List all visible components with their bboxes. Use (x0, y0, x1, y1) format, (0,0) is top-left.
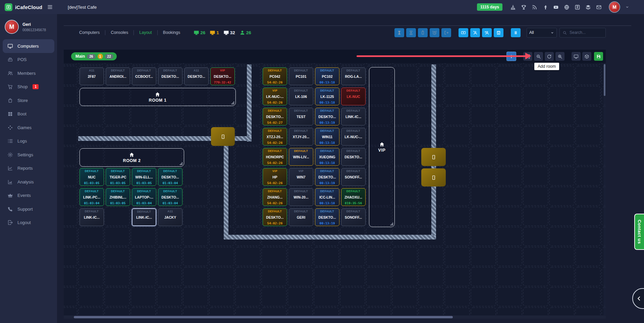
room-vip[interactable]: VIP (369, 67, 395, 227)
computer-tile[interactable]: DEFAULTDESKTO...54:02:27 (263, 108, 287, 125)
sidebar-item-members[interactable]: Members (0, 66, 57, 80)
hourglass-filled-button[interactable] (394, 28, 404, 37)
pause-button[interactable] (511, 28, 521, 37)
hourglass-button[interactable] (406, 28, 416, 37)
computer-tile[interactable]: DEFAULTZHAOXU...819:35:56 (341, 188, 366, 206)
vertical-scrollbar[interactable] (603, 63, 606, 315)
sidebar-item-boot[interactable]: Boot (0, 107, 57, 121)
computer-tile[interactable]: DEFAULTXUEQING00:13:18 (315, 148, 339, 166)
website-globe-icon[interactable] (564, 4, 570, 10)
computer-tile[interactable]: DEFAULTROG-LA... (341, 67, 366, 85)
horizontal-scrollbar[interactable] (64, 316, 606, 319)
computer-tile[interactable]: DEFAULTPC10200:13:18 (315, 67, 339, 85)
save-layout-button[interactable] (594, 52, 603, 61)
computer-tile[interactable]: DEFAULTDESKTO...00:13:19 (315, 168, 339, 186)
sidebar-item-store[interactable]: Store (0, 94, 57, 107)
computer-tile[interactable]: DEFAULTXTJY-20... (289, 128, 313, 146)
computer-tile[interactable]: DEFAULTANDROI... (106, 67, 130, 85)
sidebar-item-reports[interactable]: Reports (0, 162, 57, 175)
tab-computers[interactable]: Computers (74, 30, 105, 35)
tab-bookings[interactable]: Bookings (158, 30, 185, 35)
computer-tile[interactable]: A11DESKTO... (184, 67, 209, 85)
computer-tile[interactable]: A112F87 (79, 67, 104, 85)
hamburger-menu-icon[interactable] (47, 4, 53, 10)
computer-tile[interactable]: DEFAULTTEST (289, 108, 313, 125)
user-avatar[interactable]: M (609, 1, 620, 13)
computer-tile[interactable]: DEFAULTGERI (289, 208, 313, 226)
room-room-1[interactable]: ROOM 1 (79, 88, 236, 106)
search-box[interactable] (559, 28, 606, 38)
resize-handle[interactable] (390, 222, 393, 225)
door-tile[interactable] (421, 148, 446, 166)
tab-consoles[interactable]: Consoles (105, 30, 133, 35)
ranking-icon[interactable] (510, 4, 516, 10)
reset-view-button[interactable] (545, 52, 554, 61)
computer-tile[interactable]: DEFAULTHONORPC54:02:26 (263, 148, 287, 166)
sidebar-item-shop[interactable]: Shop1 (0, 80, 57, 94)
computer-tile[interactable]: DEFAULTLINK-IC... (341, 108, 366, 125)
computer-tile[interactable]: VIPHP54:02:26 (263, 168, 287, 186)
rss-icon[interactable] (532, 4, 537, 10)
computer-tile[interactable]: DEFAULTZHIBINL...01:03:05 (106, 188, 130, 206)
computer-tile[interactable]: DEFAULTDESKTO...54:02:26 (263, 208, 287, 226)
contact-us-button[interactable]: Contact us (634, 214, 644, 250)
sidebar-item-analysis[interactable]: Analysis (0, 175, 57, 189)
search-input[interactable] (569, 30, 603, 35)
computer-tile[interactable]: DEFAULTSONOFF... (341, 168, 366, 186)
kiosk-button[interactable] (494, 28, 503, 37)
computer-tile[interactable]: DEFAULTLK-NUC (341, 88, 366, 105)
computer-tile[interactable]: DEFAULTCCBOOT... (132, 67, 156, 85)
computer-tile[interactable]: DEFAULTZHANG...54:02:26 (263, 188, 287, 206)
filter-select[interactable]: All (527, 28, 557, 38)
room-tab-main[interactable]: Main 26 1 22 (71, 52, 117, 60)
wall-segment[interactable] (224, 141, 228, 235)
computer-tile[interactable]: VIPWIN7 (289, 168, 313, 186)
computer-tile[interactable]: DEFAULTDESKTO...00:13:19 (315, 108, 339, 125)
add-guest-button[interactable] (482, 28, 492, 37)
add-member-star-button[interactable] (470, 28, 480, 37)
cash-topup-button[interactable] (459, 28, 468, 37)
zoom-out-button[interactable] (534, 52, 543, 61)
computer-tile[interactable]: DEFAULTICC-LIN...00:13:18 (315, 188, 339, 206)
computer-tile[interactable]: DEFAULTLINK-PC...01:03:04 (79, 188, 104, 206)
icafe-app-icon[interactable] (575, 4, 580, 10)
resize-handle[interactable] (179, 162, 182, 165)
sidebar-item-settings[interactable]: Settings (0, 148, 57, 162)
checkout-button[interactable] (441, 28, 451, 37)
computer-tile[interactable]: DEFAULTDESKTO... (158, 67, 182, 85)
sidebar-item-pos[interactable]: POS (0, 53, 57, 67)
battery-button[interactable] (418, 28, 428, 37)
computer-tile[interactable]: DEFAULTLINK-IC... (132, 208, 156, 226)
computer-tile[interactable]: DEFAULTDESKTO... (341, 148, 366, 166)
computer-tile[interactable]: DEFAULTLK-112500:13:18 (315, 88, 339, 105)
account-chevron-down-icon[interactable] (625, 5, 629, 9)
trophy-icon[interactable] (521, 4, 527, 10)
door-tile[interactable] (211, 127, 235, 146)
sidebar-item-logs[interactable]: Logs (0, 134, 57, 148)
layers-icon[interactable] (585, 4, 591, 10)
computer-tile[interactable]: DEFAULTPC04254:02:26 (263, 67, 287, 85)
resize-handle[interactable] (231, 101, 234, 104)
computer-tile[interactable]: DEFAULTWIN-LIV... (289, 148, 313, 166)
computer-tile[interactable]: VIPDESKTO...779:32:42 (210, 67, 235, 85)
vertical-scroll-thumb[interactable] (604, 64, 605, 96)
zoom-in-button[interactable] (555, 52, 565, 61)
facebook-icon[interactable] (542, 4, 548, 10)
chat-toggle-button[interactable] (632, 288, 644, 309)
sidebar-item-support[interactable]: Support (0, 202, 57, 216)
computer-tile[interactable]: DEFAULTWIN-20... (289, 188, 313, 206)
computer-tile[interactable]: DEFAULTLAPTOP-...01:03:04 (132, 188, 156, 206)
youtube-icon[interactable] (553, 4, 559, 10)
sidebar-item-computers[interactable]: Computers (3, 39, 54, 53)
computer-tile[interactable]: DEFAULTSONOFF... (341, 208, 366, 226)
computer-tile[interactable]: DEFAULTDESKTO...01:03:04 (158, 168, 182, 186)
computer-tile[interactable]: DEFAULTTIGER-PC01:03:05 (106, 168, 130, 186)
mail-icon[interactable] (596, 4, 602, 10)
computer-tile[interactable]: DEFAULTWIN-ELL...01:03:05 (132, 168, 156, 186)
sidebar-item-logout[interactable]: Logout (0, 216, 57, 230)
horizontal-scroll-thumb[interactable] (74, 316, 453, 318)
add-object-button[interactable] (582, 52, 591, 61)
computer-tile[interactable]: DEFAULTDESKTO...01:03:04 (158, 188, 182, 206)
computer-tile[interactable]: DEFAULTLK-106 (289, 88, 313, 105)
floor-layout-canvas[interactable]: ROOM 1ROOM 2VIPA112F87DEFAULTANDROI...DE… (64, 63, 606, 315)
